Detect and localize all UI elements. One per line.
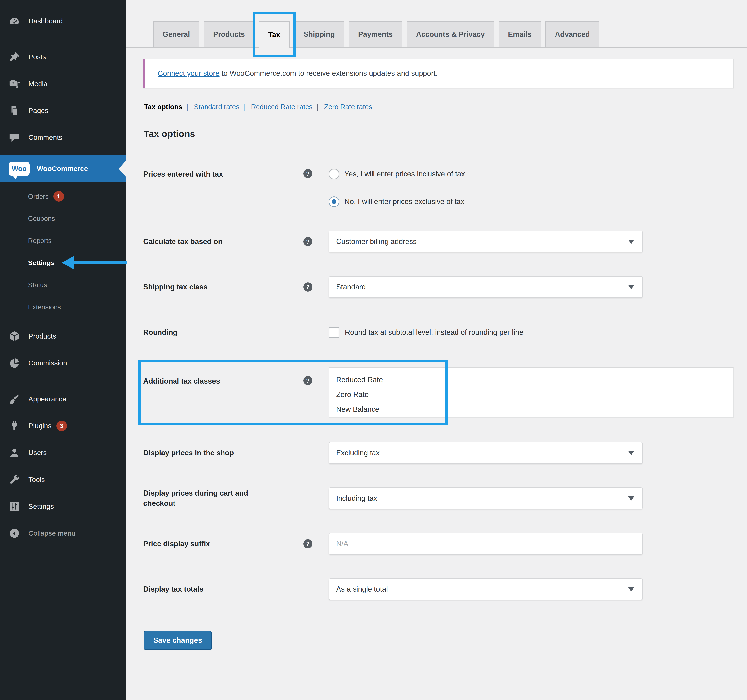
save-changes-button[interactable]: Save changes bbox=[144, 631, 212, 650]
submenu-item-orders[interactable]: Orders 1 bbox=[0, 185, 127, 207]
tab-emails[interactable]: Emails bbox=[499, 21, 541, 47]
submenu-item-label: Reports bbox=[28, 237, 51, 244]
sidebar-item-label: Pages bbox=[29, 107, 48, 115]
sidebar-item-plugins[interactable]: Plugins 3 bbox=[0, 412, 127, 439]
radio-button[interactable] bbox=[329, 169, 339, 180]
prices-inclusive-radio-option[interactable]: Yes, I will enter prices inclusive of ta… bbox=[329, 169, 734, 180]
tab-payments[interactable]: Payments bbox=[349, 21, 402, 47]
settings-content: General Products Tax Shipping Payments A… bbox=[127, 0, 747, 700]
help-icon[interactable]: ? bbox=[303, 376, 312, 385]
subnav-separator: | bbox=[243, 103, 245, 111]
help-icon[interactable]: ? bbox=[303, 169, 312, 178]
sidebar-item-pages[interactable]: Pages bbox=[0, 97, 127, 124]
tab-advanced[interactable]: Advanced bbox=[546, 21, 599, 47]
tab-products[interactable]: Products bbox=[204, 21, 254, 47]
additional-tax-classes-textarea[interactable]: Reduced Rate Zero Rate New Balance bbox=[329, 367, 734, 418]
pie-icon bbox=[9, 357, 20, 369]
sidebar-item-label: Posts bbox=[29, 53, 46, 61]
plug-icon bbox=[9, 420, 20, 431]
tab-tax[interactable]: Tax bbox=[259, 21, 290, 48]
prices-entered-with-tax-row: Prices entered with tax ? Yes, I will en… bbox=[143, 169, 734, 207]
page-title: Tax options bbox=[143, 128, 734, 139]
help-icon[interactable]: ? bbox=[303, 237, 312, 246]
sidebar-item-woocommerce[interactable]: Woo WooCommerce bbox=[0, 155, 127, 182]
price-display-suffix-input[interactable] bbox=[329, 533, 643, 555]
chevron-down-icon bbox=[628, 285, 634, 290]
sidebar-separator bbox=[0, 151, 127, 155]
subnav-zero-rate-rates[interactable]: Zero Rate rates bbox=[324, 103, 372, 111]
subnav-reduced-rate-rates[interactable]: Reduced Rate rates bbox=[251, 103, 312, 111]
sidebar-separator bbox=[0, 35, 127, 44]
rounding-checkbox[interactable] bbox=[329, 327, 339, 338]
calculate-tax-based-on-row: Calculate tax based on ? Customer billin… bbox=[143, 231, 734, 252]
sidebar-separator bbox=[0, 376, 127, 386]
box-icon bbox=[9, 330, 20, 342]
help-icon[interactable]: ? bbox=[303, 539, 312, 548]
woocommerce-tax-settings-page: Dashboard Posts Media Pages Commen bbox=[0, 0, 747, 700]
submenu-item-label: Status bbox=[28, 281, 47, 289]
submenu-item-reports[interactable]: Reports bbox=[0, 229, 127, 252]
plugins-count-badge: 3 bbox=[56, 421, 67, 431]
sidebar-item-media[interactable]: Media bbox=[0, 70, 127, 97]
subnav-tax-options: Tax options bbox=[144, 103, 182, 111]
submenu-item-label: Orders bbox=[28, 193, 48, 200]
calculate-tax-based-on-select[interactable]: Customer billing address bbox=[329, 231, 643, 252]
sidebar-item-users[interactable]: Users bbox=[0, 439, 127, 466]
connect-store-link[interactable]: Connect your store bbox=[158, 69, 219, 77]
sidebar-item-label: Comments bbox=[29, 134, 62, 142]
subnav-standard-rates[interactable]: Standard rates bbox=[194, 103, 239, 111]
display-prices-cart-row: Display prices during cart and checkout … bbox=[143, 487, 734, 509]
sidebar-item-label: Users bbox=[29, 449, 47, 457]
prices-exclusive-radio-option[interactable]: No, I will enter prices exclusive of tax bbox=[329, 196, 734, 207]
active-menu-arrow-icon bbox=[119, 160, 127, 177]
submenu-item-label: Coupons bbox=[28, 215, 55, 222]
notice-text: to WooCommerce.com to receive extensions… bbox=[219, 69, 438, 77]
sidebar-item-appearance[interactable]: Appearance bbox=[0, 386, 127, 412]
sidebar-item-settings[interactable]: Settings bbox=[0, 493, 127, 520]
connect-store-notice: Connect your store to WooCommerce.com to… bbox=[143, 59, 734, 88]
chevron-down-icon bbox=[628, 451, 634, 455]
sidebar-item-products[interactable]: Products bbox=[0, 323, 127, 350]
sidebar-item-posts[interactable]: Posts bbox=[0, 44, 127, 70]
tab-accounts-privacy[interactable]: Accounts & Privacy bbox=[407, 21, 494, 47]
media-icon bbox=[9, 78, 20, 89]
rounding-row: Rounding Round tax at subtotal level, in… bbox=[143, 321, 734, 343]
sidebar-item-dashboard[interactable]: Dashboard bbox=[0, 8, 127, 35]
field-label: Shipping tax class bbox=[143, 282, 303, 292]
display-prices-shop-select[interactable]: Excluding tax bbox=[329, 442, 643, 464]
display-tax-totals-row: Display tax totals As a single total bbox=[143, 578, 734, 600]
collapse-icon bbox=[9, 528, 20, 539]
display-tax-totals-select[interactable]: As a single total bbox=[329, 578, 643, 600]
shipping-tax-class-row: Shipping tax class ? Standard bbox=[143, 276, 734, 298]
submenu-item-extensions[interactable]: Extensions bbox=[0, 296, 127, 318]
sidebar-item-label: Collapse menu bbox=[29, 530, 75, 537]
help-icon[interactable]: ? bbox=[303, 282, 312, 291]
dashboard-icon bbox=[9, 15, 20, 27]
submenu-item-coupons[interactable]: Coupons bbox=[0, 207, 127, 229]
tab-general[interactable]: General bbox=[153, 21, 200, 47]
radio-label: No, I will enter prices exclusive of tax bbox=[345, 196, 464, 207]
shipping-tax-class-select[interactable]: Standard bbox=[329, 276, 643, 298]
sidebar-item-collapse-menu[interactable]: Collapse menu bbox=[0, 520, 127, 547]
sidebar-item-tools[interactable]: Tools bbox=[0, 466, 127, 493]
field-label: Display tax totals bbox=[143, 584, 303, 594]
sidebar-item-label: Plugins bbox=[29, 422, 51, 430]
radio-label: Yes, I will enter prices inclusive of ta… bbox=[345, 169, 465, 180]
radio-button[interactable] bbox=[329, 196, 339, 207]
display-prices-shop-row: Display prices in the shop Excluding tax bbox=[143, 442, 734, 464]
brush-icon bbox=[9, 393, 20, 405]
pages-icon bbox=[9, 105, 20, 116]
tax-options-form: Prices entered with tax ? Yes, I will en… bbox=[143, 169, 734, 600]
tab-shipping[interactable]: Shipping bbox=[294, 21, 344, 47]
display-prices-cart-select[interactable]: Including tax bbox=[329, 487, 643, 509]
pushpin-icon bbox=[9, 51, 20, 63]
field-label: Display prices in the shop bbox=[143, 448, 303, 458]
submenu-item-settings[interactable]: Settings bbox=[0, 252, 127, 274]
field-label: Display prices during cart and checkout bbox=[143, 488, 303, 508]
sidebar-item-commission[interactable]: Commission bbox=[0, 350, 127, 376]
submenu-item-status[interactable]: Status bbox=[0, 274, 127, 296]
rounding-option[interactable]: Round tax at subtotal level, instead of … bbox=[329, 327, 734, 338]
user-icon bbox=[9, 447, 20, 459]
sidebar-item-comments[interactable]: Comments bbox=[0, 124, 127, 151]
select-value: Customer billing address bbox=[336, 237, 417, 246]
